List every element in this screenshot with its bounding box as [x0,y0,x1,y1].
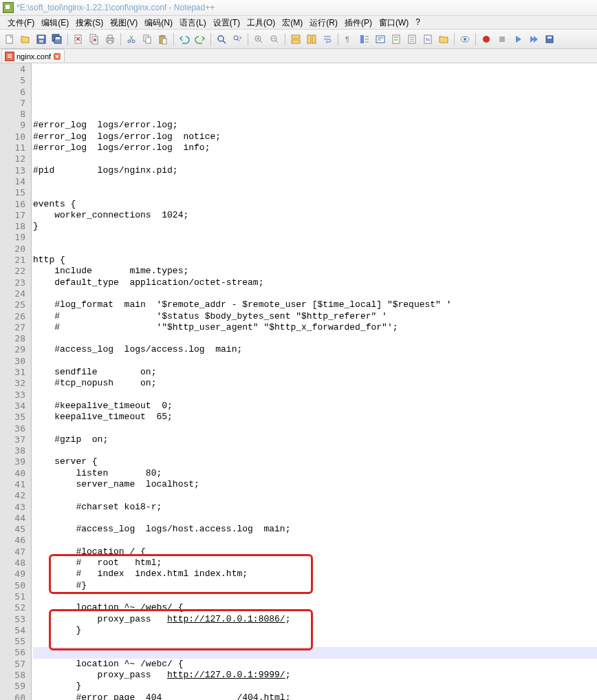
indent-guide-button[interactable] [358,32,371,46]
code-content[interactable]: #error_log logs/error.log;#error_log log… [32,63,597,700]
toolbar: ¶ fx [0,30,597,49]
close-all-button[interactable] [87,32,101,46]
separator [120,33,121,45]
svg-rect-30 [376,36,384,43]
folder-button[interactable] [437,32,451,46]
monitor-button[interactable] [458,32,472,46]
svg-rect-25 [292,40,300,43]
doc-list-button[interactable] [405,32,419,46]
open-file-button[interactable] [19,32,32,46]
svg-rect-40 [499,36,505,42]
line-numbers: 4567891011121314151617181920212223242526… [0,63,32,700]
svg-point-20 [218,36,224,41]
close-tab-icon[interactable] [53,52,61,61]
svg-rect-27 [312,35,316,43]
svg-rect-19 [162,39,166,44]
copy-button[interactable] [140,32,154,46]
redo-button[interactable] [193,32,207,46]
svg-rect-6 [56,37,60,39]
svg-rect-12 [108,41,112,43]
play-multi-button[interactable] [527,32,541,46]
menu-macro[interactable]: 宏(M) [279,16,306,29]
svg-rect-32 [394,36,398,38]
replace-button[interactable] [230,32,244,46]
separator [173,33,174,45]
zoom-out-button[interactable] [268,32,281,46]
svg-rect-3 [39,40,43,43]
title-bar: *E:\soft_tool\nginx-1.22.1\conf\nginx.co… [0,0,597,16]
app-icon [3,2,14,13]
menu-plugins[interactable]: 插件(P) [341,16,376,29]
separator [248,33,248,45]
svg-rect-24 [292,35,300,39]
menu-bar: 文件(F) 编辑(E) 搜索(S) 视图(V) 编码(N) 语言(L) 设置(T… [0,16,597,30]
doc-map-button[interactable] [389,32,403,46]
save-button[interactable] [34,32,48,46]
menu-edit[interactable]: 编辑(E) [38,16,72,29]
svg-rect-0 [6,35,12,43]
udl-button[interactable] [373,32,387,46]
menu-help[interactable]: ? [412,16,424,29]
svg-rect-26 [307,35,311,43]
menu-encoding[interactable]: 编码(N) [141,16,176,29]
svg-text:¶: ¶ [345,35,349,43]
separator [475,33,476,45]
save-all-button[interactable] [50,32,64,46]
editor-area[interactable]: 4567891011121314151617181920212223242526… [0,63,597,700]
svg-rect-2 [39,36,44,39]
find-button[interactable] [215,32,228,46]
window-title: *E:\soft_tool\nginx-1.22.1\conf\nginx.co… [17,3,215,12]
print-button[interactable] [103,32,117,46]
file-icon [5,52,14,61]
svg-rect-29 [360,35,364,43]
tab-nginx-conf[interactable]: nginx.conf [1,49,65,63]
tab-bar: nginx.conf [0,49,597,63]
separator [285,33,285,45]
menu-file[interactable]: 文件(F) [4,16,38,29]
show-all-chars-button[interactable]: ¶ [342,32,356,46]
separator [67,33,68,45]
menu-view[interactable]: 视图(V) [107,16,141,29]
menu-tools[interactable]: 工具(O) [243,16,279,29]
wrap-button[interactable] [321,32,334,46]
sync-v-button[interactable] [289,32,303,46]
play-button[interactable] [511,32,525,46]
undo-button[interactable] [177,32,191,46]
record-button[interactable] [479,32,493,46]
menu-search[interactable]: 搜索(S) [72,16,107,29]
svg-rect-11 [108,35,112,38]
function-list-button[interactable]: fx [421,32,435,46]
save-macro-button[interactable] [543,32,556,46]
separator [210,33,211,45]
paste-button[interactable] [156,32,170,46]
svg-rect-18 [161,35,164,36]
stop-button[interactable] [495,32,509,46]
menu-run[interactable]: 运行(R) [306,16,341,29]
svg-rect-16 [146,37,151,43]
menu-window[interactable]: 窗口(W) [376,16,412,29]
new-file-button[interactable] [3,32,17,46]
menu-settings[interactable]: 设置(T) [210,16,243,29]
svg-text:fx: fx [426,36,430,43]
svg-rect-42 [547,36,552,39]
zoom-in-button[interactable] [252,32,265,46]
svg-rect-33 [394,39,398,41]
svg-point-38 [464,38,466,41]
tab-filename: nginx.conf [17,52,51,61]
separator [454,33,455,45]
close-button[interactable] [72,32,85,46]
separator [338,33,338,45]
sync-h-button[interactable] [305,32,318,46]
menu-language[interactable]: 语言(L) [176,16,210,29]
svg-point-39 [483,36,490,43]
cut-button[interactable] [124,32,138,46]
